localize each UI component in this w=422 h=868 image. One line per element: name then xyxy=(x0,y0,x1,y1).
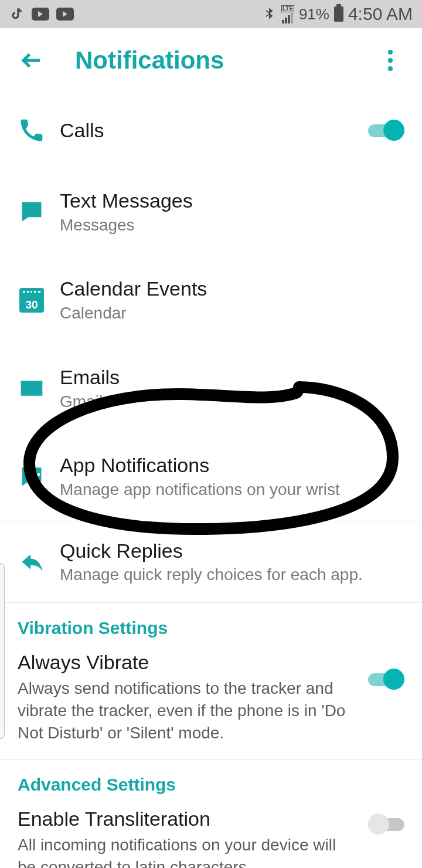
section-vibration: Vibration Settings Always Vibrate Always… xyxy=(0,603,422,759)
item-app-notifications[interactable]: App Notifications Manage app notificatio… xyxy=(0,432,422,520)
item-appnotif-sub: Manage app notifications on your wrist xyxy=(60,480,404,500)
app-bar: Notifications xyxy=(0,28,422,93)
item-emails-sub: Gmail xyxy=(60,392,404,412)
toggle-always-vibrate[interactable] xyxy=(368,669,404,690)
mail-icon xyxy=(18,374,46,402)
always-vibrate-sub: Always send notifications to the tracker… xyxy=(18,677,356,744)
toggle-transliteration[interactable] xyxy=(368,813,404,835)
phone-icon xyxy=(18,116,46,144)
transliteration-title: Enable Transliteration xyxy=(18,808,356,830)
arrow-left-icon xyxy=(19,48,44,73)
calendar-icon-text: 30 xyxy=(25,299,38,311)
item-calendar-sub: Calendar xyxy=(60,303,404,323)
notification-list: Calls Text Messages Messages 30 Calendar… xyxy=(0,93,422,868)
section-advanced: Advanced Settings Enable Transliteration… xyxy=(0,760,422,868)
vibration-header: Vibration Settings xyxy=(18,618,404,638)
item-calendar[interactable]: 30 Calendar Events Calendar xyxy=(0,256,422,344)
back-button[interactable] xyxy=(18,46,46,74)
scroll-handle[interactable] xyxy=(0,563,5,739)
battery-icon xyxy=(334,6,343,22)
item-calendar-title: Calendar Events xyxy=(60,277,404,301)
item-replies-title: Quick Replies xyxy=(60,539,404,563)
chat-icon xyxy=(18,198,46,226)
transliteration-sub: All incoming notifications on your devic… xyxy=(18,834,356,868)
clock: 4:50 AM xyxy=(348,4,413,24)
item-transliteration[interactable]: Enable Transliteration All incoming noti… xyxy=(18,808,404,868)
advanced-header: Advanced Settings xyxy=(18,775,404,795)
calendar-icon: 30 xyxy=(18,286,46,314)
reply-icon xyxy=(18,548,46,576)
dots-bubble-icon xyxy=(18,462,46,490)
page-title: Notifications xyxy=(75,46,376,74)
battery-percent: 91% xyxy=(299,5,329,23)
item-text-sub: Messages xyxy=(60,215,404,235)
overflow-menu-button[interactable] xyxy=(376,46,404,74)
tiktok-icon xyxy=(9,6,25,22)
item-replies-sub: Manage quick reply choices for each app. xyxy=(60,565,404,585)
item-text-title: Text Messages xyxy=(60,189,404,213)
youtube-icon xyxy=(56,8,74,21)
lte-indicator: LTE xyxy=(281,5,294,12)
item-text-messages[interactable]: Text Messages Messages xyxy=(0,168,422,256)
signal-icon xyxy=(282,13,293,23)
item-emails-title: Emails xyxy=(60,365,404,389)
item-calls-title: Calls xyxy=(60,118,368,143)
status-bar: LTE 91% 4:50 AM xyxy=(0,0,422,28)
item-quick-replies[interactable]: Quick Replies Manage quick reply choices… xyxy=(0,521,422,602)
item-always-vibrate[interactable]: Always Vibrate Always send notifications… xyxy=(18,651,404,744)
always-vibrate-title: Always Vibrate xyxy=(18,651,356,674)
youtube-icon xyxy=(32,8,49,21)
item-emails[interactable]: Emails Gmail xyxy=(0,344,422,432)
bluetooth-icon xyxy=(261,6,277,22)
item-calls[interactable]: Calls xyxy=(0,93,422,168)
toggle-calls[interactable] xyxy=(368,120,404,141)
item-appnotif-title: App Notifications xyxy=(60,453,404,477)
